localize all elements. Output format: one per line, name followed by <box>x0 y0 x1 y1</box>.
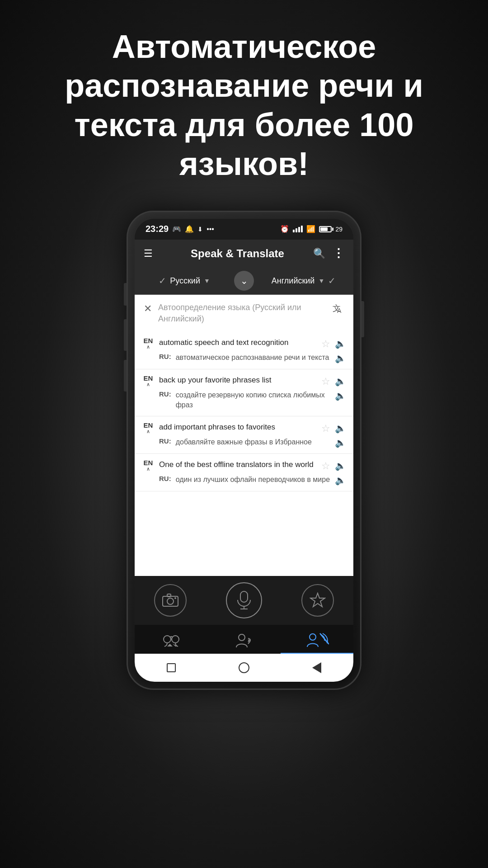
translation-list: EN ∧ automatic speech and text recogniti… <box>135 332 353 576</box>
alarm-icon: ⏰ <box>280 225 289 233</box>
ru-label-2: RU: <box>159 390 171 398</box>
speaker-button-en-3[interactable]: 🔈 <box>335 423 346 434</box>
source-language-tab[interactable]: ✓ Русский ▼ <box>135 275 234 286</box>
app-bar: ☰ Speak & Translate 🔍 ⋮ <box>135 240 353 268</box>
speaker-button-ru-4[interactable]: 🔈 <box>335 475 346 486</box>
battery-icon <box>319 226 332 232</box>
ru-label-1: RU: <box>159 353 171 360</box>
en-text-4: One of the best offline translators in t… <box>159 459 317 470</box>
hamburger-icon: ☰ <box>144 248 153 259</box>
wifi-icon: 📶 <box>306 225 315 233</box>
status-bar: 23:29 🎮 🔔 ⬇ ••• ⏰ 📶 29 <box>135 219 353 240</box>
speaker-button-ru-1[interactable]: 🔈 <box>335 353 346 363</box>
en-text-1: automatic speech and text recognition <box>159 337 317 348</box>
svg-rect-4 <box>167 594 171 597</box>
microphone-button[interactable] <box>226 582 262 618</box>
star-button-4[interactable]: ☆ <box>321 460 330 472</box>
page-title: Автоматическое распознавание речи и текс… <box>0 0 488 202</box>
stop-button[interactable] <box>163 660 179 676</box>
star-button-1[interactable]: ☆ <box>321 338 330 350</box>
home-button[interactable] <box>236 660 252 676</box>
star-button-3[interactable]: ☆ <box>321 423 330 434</box>
lang-badge-en-4: EN ∧ <box>142 459 155 472</box>
battery-level: 29 <box>335 226 343 233</box>
svg-point-11 <box>172 636 179 643</box>
ru-text-1: автоматическое распознавание речи и текс… <box>176 353 330 363</box>
lang-badge-en-3: EN ∧ <box>142 422 155 434</box>
app-title: Speak & Translate <box>162 247 313 260</box>
speaker-button-en-1[interactable]: 🔈 <box>335 338 346 349</box>
translation-item-4: EN ∧ One of the best offline translators… <box>135 454 353 491</box>
favorites-button[interactable] <box>301 584 334 617</box>
lang-badge-en-1: EN ∧ <box>142 337 155 350</box>
status-time: 23:29 <box>145 224 169 234</box>
dots-icon: ••• <box>206 225 214 233</box>
more-button[interactable]: ⋮ <box>333 246 344 260</box>
en-text-3: add important phrases to favorites <box>159 422 317 433</box>
star-button-2[interactable]: ☆ <box>321 376 330 387</box>
swap-icon: ⌄ <box>240 275 248 286</box>
camera-button[interactable] <box>154 584 187 617</box>
game-icon: 🎮 <box>172 225 181 233</box>
translate-icon: 文 A <box>332 302 344 317</box>
target-check-icon: ✓ <box>328 275 336 286</box>
ru-text-4: один из лучших офлайн переводчиков в мир… <box>176 475 330 485</box>
search-input[interactable]: Автоопределение языка (Русский или Англи… <box>158 302 325 325</box>
signal-bars <box>293 226 303 232</box>
mute-mode-button[interactable] <box>281 625 353 654</box>
swap-languages-button[interactable]: ⌄ <box>234 271 254 291</box>
svg-marker-12 <box>167 644 173 646</box>
speaker-button-en-4[interactable]: 🔈 <box>335 460 346 471</box>
svg-point-10 <box>164 636 171 643</box>
ru-label-4: RU: <box>159 475 171 482</box>
svg-point-14 <box>239 634 245 641</box>
speaker-button-ru-3[interactable]: 🔈 <box>335 437 346 448</box>
en-text-2: back up your favorite phrases list <box>159 375 317 386</box>
ru-label-3: RU: <box>159 437 171 445</box>
svg-point-15 <box>310 634 316 640</box>
download-icon: ⬇ <box>197 226 203 233</box>
clear-button[interactable]: ✕ <box>144 303 152 315</box>
svg-text:A: A <box>337 307 342 314</box>
target-chevron-icon: ▼ <box>318 277 324 284</box>
svg-point-3 <box>167 598 174 604</box>
search-area: ✕ Автоопределение языка (Русский или Анг… <box>135 295 353 332</box>
search-button[interactable]: 🔍 <box>313 248 325 259</box>
target-language-label: Английский <box>272 276 315 286</box>
ru-text-3: добавляйте важные фразы в Избранное <box>176 437 330 447</box>
nav-bar <box>135 654 353 682</box>
svg-marker-9 <box>310 593 325 607</box>
translation-item-3: EN ∧ add important phrases to favorites … <box>135 416 353 454</box>
speaker-mode-button[interactable] <box>207 625 280 654</box>
ru-text-2: создайте резервную копию списка любимых … <box>176 390 330 410</box>
conversation-mode-button[interactable] <box>135 625 207 654</box>
svg-point-5 <box>174 597 176 599</box>
menu-button[interactable]: ☰ <box>144 248 162 259</box>
source-chevron-icon: ▼ <box>204 277 210 284</box>
translation-item-1: EN ∧ automatic speech and text recogniti… <box>135 332 353 369</box>
svg-rect-6 <box>240 591 248 602</box>
speaker-button-ru-2[interactable]: 🔈 <box>335 390 346 401</box>
speaker-button-en-2[interactable]: 🔈 <box>335 376 346 387</box>
target-language-tab[interactable]: Английский ▼ ✓ <box>254 275 353 286</box>
bell-icon: 🔔 <box>185 225 194 233</box>
bottom-controls <box>135 576 353 625</box>
phone: 23:29 🎮 🔔 ⬇ ••• ⏰ 📶 29 <box>127 211 361 690</box>
mode-bar <box>135 625 353 654</box>
source-language-label: Русский <box>170 276 200 286</box>
source-check-icon: ✓ <box>159 275 166 286</box>
translation-item-2: EN ∧ back up your favorite phrases list … <box>135 369 353 416</box>
back-button[interactable] <box>309 660 325 676</box>
language-tabs: ✓ Русский ▼ ⌄ Английский ▼ ✓ <box>135 268 353 295</box>
lang-badge-en-2: EN ∧ <box>142 375 155 387</box>
